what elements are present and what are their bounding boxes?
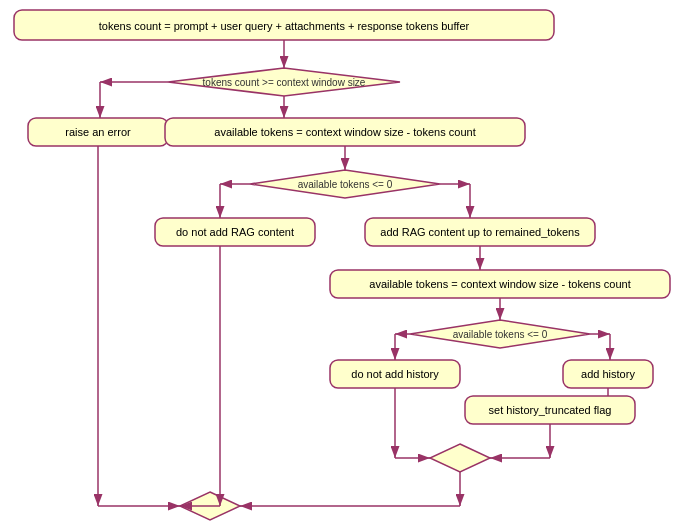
node-calc2-label: available tokens = context window size -… — [369, 278, 630, 290]
diamond-check2-label: available tokens <= 0 — [298, 179, 393, 190]
diamond-check3: available tokens <= 0 — [410, 320, 590, 348]
node-set-flag-label: set history_truncated flag — [489, 404, 612, 416]
diamond-check1: tokens count >= context window size — [168, 68, 400, 96]
node-start-label: tokens count = prompt + user query + att… — [99, 20, 470, 32]
node-no-rag-label: do not add RAG content — [176, 226, 294, 238]
node-error-label: raise an error — [65, 126, 131, 138]
diamond-check3-label: available tokens <= 0 — [453, 329, 548, 340]
node-calc1-label: available tokens = context window size -… — [214, 126, 475, 138]
node-no-history-label: do not add history — [351, 368, 439, 380]
svg-marker-22 — [430, 444, 490, 472]
node-add-rag-label: add RAG content up to remained_tokens — [380, 226, 580, 238]
diamond-merge1 — [430, 444, 490, 472]
node-add-history-label: add history — [581, 368, 635, 380]
diamond-check2: available tokens <= 0 — [250, 170, 440, 198]
diamond-check1-label: tokens count >= context window size — [203, 77, 366, 88]
